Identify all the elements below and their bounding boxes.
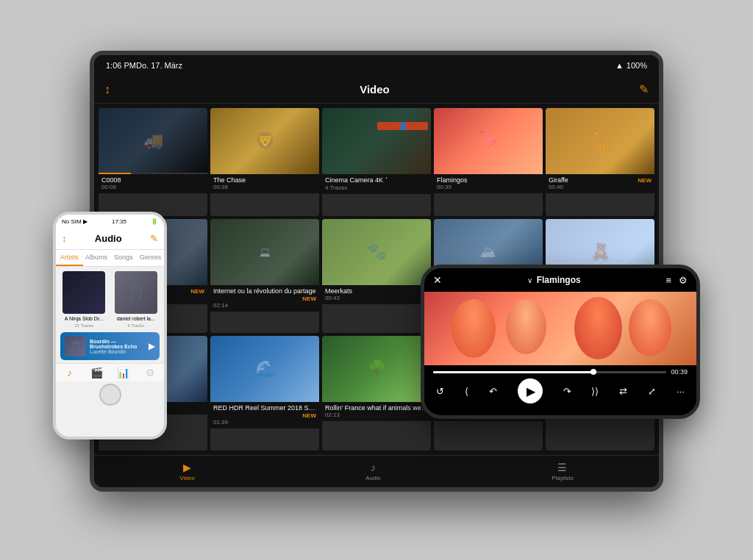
new-badge: NEW [302,412,316,419]
video-item-red[interactable]: 🌊 RED HDR Reel Summer 2018 Shot on RED P… [210,336,319,450]
video-title: Internet ou la révolution du partage NEW [213,287,316,302]
tab-playlists[interactable]: ☰ Playlists [552,462,573,481]
now-playing-art: 🎵 [65,336,85,356]
new-badge: NEW [190,288,204,295]
thumb-icon: 🐾 [322,219,431,285]
play-icon[interactable]: ▶ [149,341,155,351]
now-playing-text: Bourdin — Brushstrokes Echo Lucette Bour… [90,339,144,354]
album-subtitle: 22 Tracks [74,323,93,328]
tab-albums[interactable]: Albums [83,250,110,266]
video-duration: 00:40 [549,184,652,190]
tab-artists[interactable]: Artists [56,250,83,266]
video-frame [424,292,696,365]
video-item-c0008[interactable]: 🚚 C0008 00:06 [99,108,207,216]
home-button[interactable] [99,384,121,406]
restart-button[interactable]: ↺ [436,386,444,397]
more-icon[interactable]: ⚙ [679,275,688,286]
video-title: RED HDR Reel Summer 2018 Shot on RED PiW… [213,404,316,419]
player-title-area: ∨ Flamingos [527,275,581,285]
tablet-battery: 100% [627,61,647,70]
video-item-flamingos[interactable]: 🦩 Flamingos 00:39 [434,108,543,216]
edit-icon[interactable]: ✎ [639,82,649,96]
forward-button[interactable]: ↷ [563,386,571,397]
bottom-tab-music[interactable]: ♪ [56,367,83,378]
video-item-cinema[interactable]: 👤 Cinema Camera 4K ʻ 4 Tracks [322,108,431,216]
iphone-status-bar: No SIM ▶ 17:35 🔋 [56,215,164,228]
iphone-nav-bar: ↕ Audio ✎ [56,228,164,250]
chevron-down-icon: ∨ [527,276,532,284]
video-item-meerkats[interactable]: 🐾 Meerkats 00:43 [322,219,431,334]
rewind2-button[interactable]: ↶ [489,386,497,397]
close-button[interactable]: ✕ [433,274,442,286]
tab-genres[interactable]: Genres [137,250,164,266]
album-title: A Ninja Slob Dr... [65,316,104,321]
bottom-tab-stats[interactable]: 📊 [110,367,138,378]
player-header: ✕ ∨ Flamingos ≡ ⚙ [424,268,696,292]
play-icon: ▶ [527,384,535,398]
album-subtitle: 6 Tracks [127,323,144,328]
video-tab-icon: ▶ [183,462,191,473]
video-item-chase[interactable]: 🦁 The Chase 00:38 [210,108,319,216]
now-playing-artist: Lucette Bourdin [90,349,144,354]
tab-video-label: Video [179,475,194,481]
sort-icon[interactable]: ↕ [104,83,110,96]
iphone-player-device: ✕ ∨ Flamingos ≡ ⚙ 00:39 ↺ ⟨ [421,265,700,419]
tab-video[interactable]: ▶ Video [179,462,194,481]
playlists-tab-icon: ☰ [557,462,567,473]
album-item-ninja[interactable]: A Ninja Slob Dr... 22 Tracks [60,271,108,328]
video-title: Rollin' France what if animals were roun… [325,404,428,412]
now-playing-bar[interactable]: 🎵 Bourdin — Brushstrokes Echo Lucette Bo… [60,332,160,360]
iphone-tabs: Artists Albums Songs Genres [56,250,164,267]
carrier: No SIM ▶ [62,218,88,225]
new-badge: NEW [302,295,316,302]
skip-button[interactable]: ⟩⟩ [591,386,599,397]
tablet-tab-bar: ▶ Video ♪ Audio ☰ Playlists [94,455,659,487]
video-duration: 00:38 [213,184,316,190]
video-title: The Chase [213,176,316,184]
player-title: Flamingos [537,275,581,285]
play-pause-button[interactable]: ▶ [518,378,543,403]
player-progress-area: 00:39 [433,368,688,376]
sort-icon[interactable]: ↕ [62,233,67,244]
player-time: 00:39 [671,368,688,376]
audio-tab-icon: ♪ [371,462,376,473]
edit-icon[interactable]: ✎ [150,233,158,244]
new-badge: NEW [638,177,652,184]
player-right-icons: ≡ ⚙ [665,275,688,286]
tab-songs[interactable]: Songs [110,250,138,266]
player-main-controls: ↺ ⟨ ↶ ▶ ↷ ⟩⟩ ⇄ ⤢ ··· [433,378,688,403]
tab-audio[interactable]: ♪ Audio [365,462,380,481]
thumb-icon: 🌊 [210,336,319,402]
tablet-date: Do. 17. März [136,61,182,70]
album-title: daniel robert la... [117,316,155,321]
video-duration: 00:43 [325,295,428,301]
settings-icon[interactable]: ≡ [665,275,671,286]
tablet-wifi-icon: ▲ [615,61,624,70]
rewind-button[interactable]: ⟨ [465,386,468,397]
now-playing-title: Bourdin — Brushstrokes Echo [90,339,144,349]
video-duration: 01:39 [213,419,316,426]
shuffle-button[interactable]: ⇄ [619,386,627,397]
player-video-area [424,292,696,365]
tablet-nav-bar: ↕ Video ✎ [94,76,659,104]
video-item-internet[interactable]: 💻 Internet ou la révolution du partage N… [210,219,319,334]
tab-audio-label: Audio [365,475,380,481]
progress-dot [590,369,596,375]
thumb-icon: 🚚 [99,108,207,174]
album-item-daniel[interactable]: 🎵 daniel robert la... 6 Tracks [113,271,160,328]
more-button[interactable]: ··· [677,386,685,397]
iphone-title: Audio [95,233,122,244]
video-item-giraffe[interactable]: 🦒 Giraffe NEW 00:40 [546,108,654,216]
video-duration: 00:06 [101,184,204,190]
fullscreen-button[interactable]: ⤢ [648,386,656,397]
video-duration: 00:39 [437,184,540,190]
video-duration: 02:13 [325,412,428,418]
iphone-time: 17:35 [112,218,126,225]
video-item-rollin[interactable]: 🌳 Rollin' France what if animals were ro… [322,336,431,450]
progress-fill [433,371,596,373]
video-title: C0008 [101,176,204,184]
progress-bar[interactable] [433,371,666,373]
album-art: 🎵 [115,271,157,314]
bottom-tab-videos[interactable]: 🎬 [83,367,110,378]
bottom-tab-settings[interactable]: ⚙ [137,367,164,378]
